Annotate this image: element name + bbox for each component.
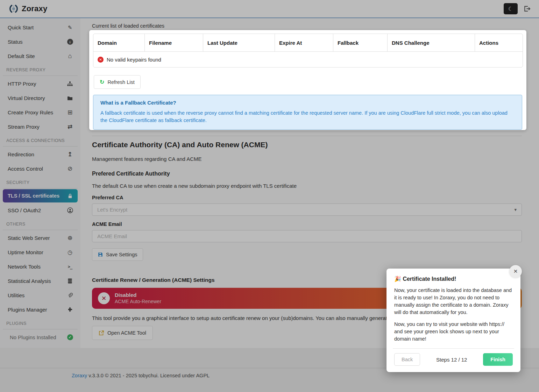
acme-email-field[interactable] <box>92 230 522 242</box>
sidebar-item-network-tools[interactable]: Network Tools >_ <box>0 259 80 274</box>
fallback-info-box: What is a Fallback Certificate? A fallba… <box>93 95 522 130</box>
tour-modal-paragraph-2: Now, you can try to visit your website w… <box>394 321 513 343</box>
sidebar-item-label: Virtual Directory <box>8 95 66 101</box>
folder-icon <box>66 95 73 101</box>
column-header-last-update: Last Update <box>203 34 275 51</box>
sidebar-item-label: No Plugins Installed <box>10 334 66 340</box>
footer-zoraxy-link[interactable]: Zoraxy <box>72 373 87 378</box>
plus-square-icon: ⊞ <box>66 109 73 116</box>
sidebar-item-status[interactable]: Status i <box>0 35 80 49</box>
zoraxy-logo-icon <box>8 3 19 14</box>
fallback-info-title: What is a Fallback Certificate? <box>100 100 515 106</box>
sidebar-item-label: Utilities <box>8 292 66 298</box>
sidebar-item-label: Network Tools <box>8 264 66 270</box>
empty-message: No valid keypairs found <box>107 57 161 63</box>
sidebar-item-no-plugins: No Plugins Installed ✓ <box>0 330 80 344</box>
external-link-icon <box>99 330 104 336</box>
sidebar-item-label: Access Control <box>8 166 66 172</box>
info-circle-icon: i <box>66 39 73 45</box>
sitemap-icon <box>66 81 73 87</box>
table-header-row: Domain Filename Last Update Expire At Fa… <box>93 34 523 52</box>
acme-settings-heading: Certificate Renew / Generation (ACME) Se… <box>92 277 215 283</box>
app-title: Zoraxy <box>22 4 47 13</box>
sidebar-item-label: TLS / SSL certificates <box>8 193 66 199</box>
open-acme-tool-button[interactable]: Open ACME Tool <box>92 326 153 340</box>
preferred-ca-dropdown[interactable]: Let's Encrypt ▾ <box>92 204 522 216</box>
home-icon: ⌂ <box>66 52 73 60</box>
globe-icon: ⊕ <box>66 234 73 242</box>
ban-icon: ⊘ <box>66 165 73 172</box>
section-divider <box>92 136 522 136</box>
open-acme-tool-label: Open ACME Tool <box>107 330 146 336</box>
sidebar-item-utilities[interactable]: Utilities <box>0 288 80 302</box>
close-icon: ✕ <box>513 268 518 275</box>
moon-icon: ☾ <box>508 6 513 12</box>
sidebar-item-uptime-monitor[interactable]: Uptime Monitor ◷ <box>0 245 80 259</box>
sidebar-item-tls-ssl-certificates[interactable]: TLS / SSL certificates <box>3 189 78 202</box>
user-circle-icon <box>66 207 73 213</box>
exchange-icon: ⇄ <box>66 123 73 130</box>
tour-modal-title: 🎉 Certificate Installed! <box>394 276 513 282</box>
sidebar-item-label: SSO / OAuth2 <box>8 207 66 213</box>
sidebar-section-plugins: PLUGINS <box>3 318 78 329</box>
sidebar-item-http-proxy[interactable]: HTTP Proxy <box>0 77 80 91</box>
save-settings-button[interactable]: Save Settings <box>92 248 143 261</box>
ca-section-subtitle: Management features regarding CA and ACM… <box>92 156 202 162</box>
sidebar-item-label: Static Web Server <box>8 235 66 241</box>
footer: Zoraxy v.3.3.0 © 2021 - 2025 tobychui. L… <box>72 373 210 378</box>
sidebar-item-label: Create Proxy Rules <box>8 109 66 115</box>
close-button[interactable]: ✕ <box>509 265 522 278</box>
finish-button[interactable]: Finish <box>483 353 513 366</box>
lock-icon <box>66 193 73 199</box>
times-circle-icon: ✕ <box>98 292 110 304</box>
sidebar-item-create-proxy-rules[interactable]: Create Proxy Rules ⊞ <box>0 105 80 120</box>
save-icon <box>98 252 103 257</box>
column-header-actions: Actions <box>475 34 523 51</box>
sidebar-item-access-control[interactable]: Access Control ⊘ <box>0 162 80 176</box>
ca-section-title: Certificate Authority (CA) and Auto Rene… <box>92 141 268 149</box>
acme-status-subtitle: ACME Auto-Renewer <box>115 299 161 305</box>
top-navbar: Zoraxy ☾ <box>0 0 539 18</box>
sidebar-item-stream-proxy[interactable]: Stream Proxy ⇄ <box>0 120 80 134</box>
database-icon <box>66 278 73 284</box>
sidebar-item-label: HTTP Proxy <box>8 81 66 87</box>
sidebar-item-virtual-directory[interactable]: Virtual Directory <box>0 91 80 105</box>
sidebar-item-label: Stream Proxy <box>8 124 66 130</box>
certificates-list-label: Current list of loaded certificates <box>92 23 164 29</box>
preferred-ca-value: Let's Encrypt <box>97 207 127 213</box>
level-up-arrow-icon: ↥ <box>66 151 73 158</box>
preferred-ca-label: Preferred CA <box>92 195 123 200</box>
column-header-filename: Filename <box>144 34 203 51</box>
column-header-expire-at: Expire At <box>275 34 333 51</box>
fallback-info-body: A fallback certificate is used when the … <box>100 109 515 124</box>
dark-mode-toggle[interactable]: ☾ <box>504 3 518 14</box>
sidebar-item-static-web-server[interactable]: Static Web Server ⊕ <box>0 231 80 245</box>
chevron-down-icon: ▾ <box>514 207 517 212</box>
sidebar-section-reverse-proxy: REVERSE PROXY <box>3 65 78 76</box>
column-header-domain: Domain <box>93 34 144 51</box>
footer-text: v.3.3.0 © 2021 - 2025 tobychui. Licensed… <box>87 373 210 378</box>
sidebar-item-redirection[interactable]: Redirection ↥ <box>0 147 80 162</box>
acme-email-label: ACME Email <box>92 221 122 227</box>
sidebar-item-sso-oauth2[interactable]: SSO / OAuth2 <box>0 203 80 218</box>
sidebar-item-quick-start[interactable]: Quick Start ✎ <box>0 20 80 35</box>
sidebar-item-label: Plugins Manager <box>8 307 66 313</box>
refresh-list-button[interactable]: ↻ Refresh List <box>94 75 141 89</box>
sidebar-item-label: Uptime Monitor <box>8 249 66 255</box>
tour-modal: ✕ 🎉 Certificate Installed! Now, your cer… <box>386 269 520 372</box>
magic-wand-icon: ✎ <box>66 24 73 31</box>
logout-icon[interactable] <box>523 5 531 12</box>
modal-divider <box>393 348 514 349</box>
preferred-ca-heading: Prefered Certificate Authority <box>92 171 170 177</box>
sidebar-item-plugins-manager[interactable]: Plugins Manager <box>0 302 80 317</box>
paperclip-icon <box>66 293 73 298</box>
refresh-icon: ↻ <box>100 79 104 85</box>
terminal-icon: >_ <box>66 264 73 269</box>
save-button-label: Save Settings <box>106 252 137 257</box>
sidebar-item-label: Status <box>8 39 66 45</box>
preferred-ca-description: The default CA to use when create a new … <box>92 183 297 189</box>
error-circle-icon: ✕ <box>98 57 104 63</box>
sidebar-item-statistical-analysis[interactable]: Statistical Analysis <box>0 274 80 288</box>
back-button[interactable]: Back <box>394 353 420 366</box>
sidebar-item-default-site[interactable]: Default Site ⌂ <box>0 49 80 63</box>
